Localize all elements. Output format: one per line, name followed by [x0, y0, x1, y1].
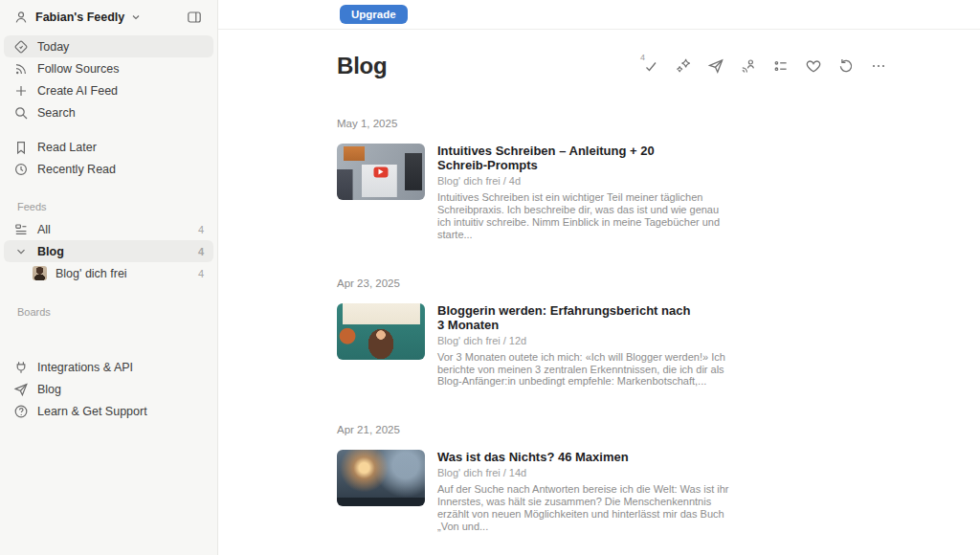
save-button[interactable]: [801, 55, 825, 78]
article-title[interactable]: Intuitives Schreiben – Anleitung + 20 Sc…: [437, 144, 698, 172]
search-icon: [13, 105, 29, 121]
unread-count: 4: [198, 246, 204, 257]
sidebar-item-label: Blog' dich frei: [56, 267, 127, 280]
sidebar-item-feed-blog-dich-frei[interactable]: Blog' dich frei 4: [4, 262, 213, 284]
sidebar-item-integrations-api[interactable]: Integrations & API: [4, 356, 213, 378]
feeds-section-label: Feeds: [17, 201, 217, 212]
feeds-nav: All 4 Blog 4 Blog' dich frei 4: [0, 218, 217, 284]
sidebar-item-search[interactable]: Search: [4, 101, 213, 123]
group-date: Apr 23, 2025: [337, 278, 890, 289]
article-entry[interactable]: Intuitives Schreiben – Anleitung + 20 Sc…: [337, 144, 890, 241]
sidebar-item-label: Read Later: [37, 141, 97, 154]
chevron-down-icon: [131, 12, 141, 22]
article-group: May 1, 2025 Intuitives Schreiben – Anlei…: [337, 118, 890, 241]
group-date: May 1, 2025: [337, 118, 890, 129]
page-title: Blog: [337, 53, 388, 79]
sidebar-item-label: Follow Sources: [37, 62, 119, 76]
unread-badge: 4: [640, 53, 645, 62]
share-button[interactable]: [703, 55, 727, 78]
library-nav: Read Later Recently Read: [0, 136, 217, 180]
article-thumbnail[interactable]: [337, 144, 425, 200]
refresh-button[interactable]: [834, 55, 858, 78]
account-header[interactable]: Fabian's Feedly: [0, 0, 217, 34]
account-name: Fabian's Feedly: [35, 11, 124, 24]
footer-nav: Integrations & API Blog Learn & Get Supp…: [0, 356, 217, 422]
unread-count: 4: [198, 268, 204, 279]
ai-actions-button[interactable]: [671, 55, 695, 78]
sidebar-item-label: Learn & Get Support: [37, 405, 147, 418]
sidebar-item-all-feeds[interactable]: All 4: [4, 218, 213, 240]
sidebar-item-today[interactable]: Today: [4, 35, 213, 57]
paper-plane-icon: [707, 57, 724, 75]
article-source: Blog' dich frei / 4d: [437, 175, 729, 187]
rss-icon: [13, 61, 29, 77]
clock-icon: [13, 162, 29, 177]
topbar: Upgrade: [218, 0, 980, 30]
person-icon: [13, 10, 29, 25]
upgrade-button[interactable]: Upgrade: [340, 5, 408, 24]
sources-button[interactable]: [736, 55, 760, 78]
sidebar-item-label: All: [37, 223, 51, 236]
feed-toolbar: 4: [638, 55, 890, 78]
article-thumbnail[interactable]: [337, 303, 425, 360]
plug-icon: [13, 360, 29, 375]
article-title[interactable]: Bloggerin werden: Erfahrungsbericht nach…: [437, 303, 698, 332]
feed-favicon: [33, 266, 47, 280]
group-date: Apr 21, 2025: [337, 424, 890, 435]
today-icon: [13, 39, 29, 55]
article-source: Blog' dich frei / 12d: [437, 335, 729, 346]
list-options-button[interactable]: [768, 55, 792, 78]
list-settings-icon: [772, 57, 790, 75]
sidebar-item-follow-sources[interactable]: Follow Sources: [4, 57, 213, 79]
article-group: Apr 23, 2025 Bloggerin werden: Erfahrung…: [337, 278, 890, 388]
mark-all-read-button[interactable]: 4: [638, 55, 662, 78]
sidebar-item-create-ai-feed[interactable]: Create AI Feed: [4, 79, 213, 101]
paper-plane-icon: [13, 382, 29, 397]
sidebar: Fabian's Feedly Today Follow Sources: [0, 0, 218, 555]
article-title[interactable]: Was ist das Nichts? 46 Maximen: [437, 450, 698, 464]
ellipsis-icon: [870, 57, 887, 75]
article-text: Bloggerin werden: Erfahrungsbericht nach…: [437, 303, 729, 388]
article-thumbnail[interactable]: [337, 450, 425, 506]
sidebar-item-read-later[interactable]: Read Later: [4, 136, 213, 158]
youtube-play-icon: [374, 166, 389, 177]
more-options-button[interactable]: [866, 55, 890, 78]
main-pane: Upgrade Blog 4: [218, 0, 980, 555]
sidebar-item-label: Integrations & API: [37, 361, 133, 374]
chevron-down-icon[interactable]: [13, 244, 29, 259]
unread-count: 4: [198, 224, 204, 235]
article-entry[interactable]: Bloggerin werden: Erfahrungsbericht nach…: [337, 303, 890, 388]
page-header: Blog 4: [337, 53, 890, 79]
sidebar-item-label: Today: [37, 40, 69, 54]
heart-icon: [805, 57, 822, 75]
sparkles-icon: [675, 57, 692, 75]
sidebar-item-learn-support[interactable]: Learn & Get Support: [4, 400, 213, 422]
article-text: Was ist das Nichts? 46 Maximen Blog' dic…: [437, 450, 729, 533]
help-circle-icon: [13, 404, 29, 419]
sidebar-item-label: Blog: [37, 245, 64, 258]
article-summary: Intuitives Schreiben ist ein wichtiger T…: [437, 191, 729, 240]
article-source: Blog' dich frei / 14d: [437, 467, 729, 478]
article-summary: Vor 3 Monaten outete ich mich: «Ich will…: [437, 351, 729, 388]
panel-toggle-icon: [187, 10, 202, 25]
refresh-icon: [837, 57, 855, 75]
sidebar-item-blog-link[interactable]: Blog: [4, 378, 213, 400]
article-text: Intuitives Schreiben – Anleitung + 20 Sc…: [437, 144, 729, 241]
article-group: Apr 21, 2025 Was ist das Nichts? 46 Maxi…: [337, 424, 890, 533]
plus-icon: [13, 83, 29, 99]
person-waves-icon: [740, 57, 757, 75]
feed-content: Blog 4: [218, 30, 980, 555]
sidebar-toggle-button[interactable]: [185, 8, 204, 27]
sidebar-item-label: Create AI Feed: [37, 84, 118, 98]
article-entry[interactable]: Was ist das Nichts? 46 Maximen Blog' dic…: [337, 450, 890, 533]
bookmark-icon: [13, 140, 29, 155]
sidebar-item-label: Recently Read: [37, 163, 116, 176]
sidebar-item-feed-blog[interactable]: Blog 4: [4, 240, 213, 262]
sidebar-item-label: Blog: [37, 383, 61, 396]
boards-section-label: Boards: [17, 306, 217, 318]
all-feeds-icon: [13, 222, 29, 237]
sidebar-item-recently-read[interactable]: Recently Read: [4, 158, 213, 180]
article-summary: Auf der Suche nach Antworten bereise ich…: [437, 483, 729, 532]
sidebar-item-label: Search: [37, 106, 76, 120]
primary-nav: Today Follow Sources Create AI Feed Sear…: [0, 35, 217, 123]
